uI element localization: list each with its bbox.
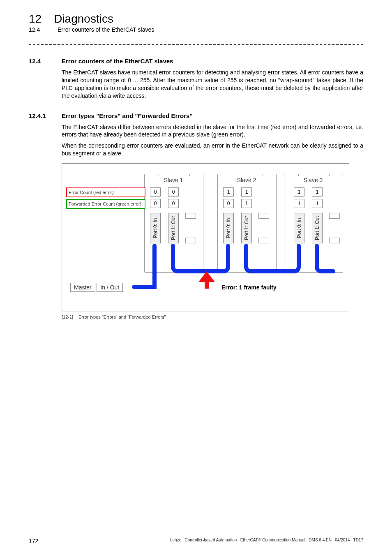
slave-1-label: Slave 1 (144, 177, 203, 183)
s1-red-in: 0 (150, 187, 161, 197)
section-12-4-number: 12.4 (29, 58, 49, 65)
section-12-4-1-para2: When the corresponding error counters ar… (62, 142, 363, 157)
figure-12-1: Slave 1 Slave 2 Slave 3 Error Count (red… (62, 163, 349, 312)
chapter-number: 12 (29, 12, 42, 25)
chapter-title: Diagnostics (54, 12, 113, 25)
slave-3-label: Slave 3 (284, 177, 342, 183)
s3-port0: Port 0: In (294, 213, 304, 243)
slave-2-label: Slave 2 (217, 177, 276, 183)
section-number-header: 12.4 (29, 26, 45, 33)
s3-port1: Port 1: Out (312, 213, 323, 243)
svg-rect-1 (205, 281, 209, 289)
s2-red-in: 1 (223, 187, 234, 197)
s1-grn-out: 0 (168, 199, 179, 208)
s2-red-out: 1 (241, 187, 252, 197)
section-12-4-1-number: 12.4.1 (29, 112, 49, 119)
section-12-4-1-para1: The EtherCAT slaves differ between error… (62, 123, 363, 139)
s3-grn-in: 1 (294, 199, 304, 208)
master-label: Master (70, 283, 95, 292)
s1-port1: Port 1: Out (168, 213, 179, 243)
svg-marker-0 (198, 271, 215, 282)
footer-text: Lenze · Controller-based Automation · Et… (170, 538, 363, 544)
figure-caption-tag: [12-1] (62, 314, 77, 319)
master-inout: In / Out (97, 283, 123, 292)
section-title-header: Error counters of the EtherCAT slaves (58, 26, 154, 33)
row-green-label: Forwarded Error Count (green error): (66, 199, 145, 209)
s2-port0: Port 0: In (223, 213, 234, 243)
s3-grn-out: 1 (312, 199, 323, 208)
page-number: 172 (29, 538, 38, 544)
error-label: Error: 1 frame faulty (221, 284, 277, 291)
section-12-4-para: The EtherCAT slaves have numerical error… (62, 69, 363, 100)
figure-caption-text: Error types "Errors" and "Forwarded Erro… (78, 314, 166, 319)
s2-grn-out: 1 (241, 199, 252, 208)
row-red-label: Error Count (red error): (66, 187, 145, 197)
section-12-4-title: Error counters of the EtherCAT slaves (62, 58, 173, 65)
s1-port0: Port 0: In (150, 213, 161, 243)
s3-red-in: 1 (294, 187, 304, 197)
section-12-4-1-title: Error types "Errors" and "Forwarded Erro… (62, 112, 193, 119)
s1-grn-in: 0 (150, 199, 161, 208)
s3-red-out: 1 (312, 187, 323, 197)
s1-red-out: 0 (168, 187, 179, 197)
divider (29, 44, 363, 45)
s2-port1: Port 1: Out (241, 213, 252, 243)
s2-grn-in: 0 (223, 199, 234, 208)
